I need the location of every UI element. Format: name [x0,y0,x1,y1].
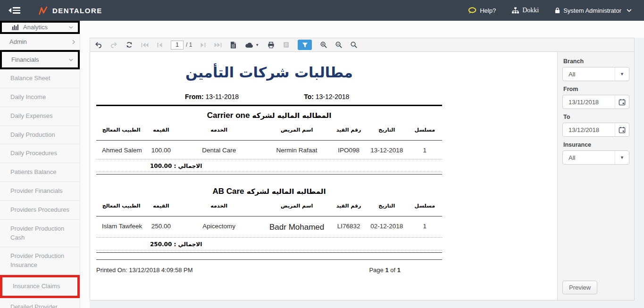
report-date-range: From: 13-11-2018 To: 13-12-2018 [96,93,442,100]
refresh-icon[interactable] [126,42,133,48]
preview-button[interactable]: Preview [562,281,597,294]
search-icon[interactable] [351,42,357,48]
prev-page-icon[interactable] [157,42,162,48]
report-title: مطالبات شركات التأمين [96,64,442,81]
sidebar-item-balance-sheet[interactable]: Balance Sheet [0,69,80,88]
company-name: Carrier one [207,111,250,120]
redo-icon[interactable] [110,42,117,48]
content-top-band [80,21,644,38]
last-page-icon[interactable] [214,42,222,48]
sidebar-item-financials[interactable]: Financials [0,50,80,69]
app-logo: DENTALORE [38,6,102,15]
table-header-row: الطبيب المعالج القيمه الخدمه اسم المريض … [96,127,442,141]
logo-n-icon [38,6,49,15]
bar-chart-icon [11,24,19,30]
chevron-down-icon [69,58,73,61]
report-page: مطالبات شركات التأمين From: 13-11-2018 T… [90,52,557,300]
section-header-carrier-one: المطالبه الماليه لشركه Carrier one [96,111,442,120]
company-name: AB Care [212,187,244,196]
branch-label: Branch [563,58,629,65]
user-menu[interactable]: System Administrator [555,7,632,14]
calendar-icon[interactable] [615,123,629,136]
to-date-label: To [563,114,629,120]
print-icon[interactable] [268,42,275,49]
divider [96,174,442,175]
to-value: 13-12-2018 [316,93,350,100]
report-toolbar: / 1 ▼ [90,38,634,52]
lock-icon [555,7,560,14]
page-info: Page 1 of 1 [369,266,401,274]
from-label: From: [185,93,204,100]
cloud-download-icon [245,42,254,48]
table-header-row: الطبيب المعالج القيمه الخدمه اسم المريض … [96,203,442,216]
calendar-icon[interactable] [615,95,629,108]
page-navigation: / 1 [171,41,192,50]
to-date-field [562,123,629,137]
filter-icon[interactable] [298,40,312,50]
sitemap-icon [512,7,519,14]
export-file-icon[interactable] [230,42,236,49]
to-label: To: [304,93,314,100]
insurance-select[interactable]: All ▼ [562,150,629,165]
dropdown-arrow-icon[interactable]: ▼ [615,151,629,164]
printed-on: Printed On: 13/12/2018 4:09:58 PM [96,266,193,274]
sidebar-item-analytics[interactable]: Analytics [0,21,80,34]
page-number-input[interactable] [171,41,184,50]
to-date-input[interactable] [563,126,615,133]
from-date-label: From [563,86,629,92]
section-total: الاجمالي : 100.00 [96,159,442,172]
sidebar-item-provider-production-insurance[interactable]: Provider Production Insurance [0,247,80,275]
chevron-right-icon [72,40,75,44]
branch-menu[interactable]: Dokki [512,7,539,14]
sidebar-item-providers-procedures[interactable]: Providers Procedures [0,201,80,220]
sidebar-item-detailed-provider-financials[interactable]: Detailed Provider Financials [0,298,80,308]
next-page-icon[interactable] [201,42,206,48]
sidebar: Analytics Admin Financials Balance Sheet… [0,21,80,308]
insurance-label: Insurance [563,142,629,148]
divider [96,105,442,106]
cloud-download-menu[interactable]: ▼ [245,42,259,48]
sidebar-item-insurance-claims[interactable]: Insurance Claims [0,275,80,298]
chevron-down-icon [627,9,632,12]
brand-name: DENTALORE [52,7,102,15]
table-row: Ahmed Salem 100.00 Dental Care Nermin Ra… [96,141,442,159]
topbar: DENTALORE Help? Dokki System Administrat… [0,0,644,21]
sidebar-item-provider-production-cash[interactable]: Provider Production Cash [0,220,80,248]
report-viewer: / 1 ▼ [90,38,635,300]
page-total: / 1 [186,42,192,48]
help-chat-icon [468,7,477,14]
help-menu[interactable]: Help? [468,7,496,14]
print-page-icon[interactable] [283,42,289,48]
zoom-out-icon[interactable] [335,42,342,48]
sidebar-item-patients-balance[interactable]: Patients Balance [0,163,80,182]
report-footer: Printed On: 13/12/2018 4:09:58 PM Page 1… [96,266,442,274]
from-value: 13-11-2018 [206,93,239,100]
section-header-ab-care: المطالبه الماليه لشركه AB Care [96,187,442,196]
filter-panel: Branch All ▼ From To Insurance [557,52,634,300]
zoom-in-icon[interactable] [320,42,327,48]
sidebar-item-daily-expenses[interactable]: Daily Expenses [0,107,80,126]
branch-select[interactable]: All ▼ [562,67,629,81]
divider [96,252,442,253]
first-page-icon[interactable] [141,42,149,48]
from-date-input[interactable] [563,99,615,106]
sidebar-item-daily-income[interactable]: Daily Income [0,88,80,107]
sidebar-item-daily-production[interactable]: Daily Production [0,126,80,145]
section-total: الاجمالي : 250.00 [96,237,442,250]
chevron-down-icon [69,26,73,29]
from-date-field [562,95,629,109]
collapse-menu-icon[interactable] [8,7,20,14]
dropdown-arrow-icon[interactable]: ▼ [615,67,629,81]
sidebar-item-admin[interactable]: Admin [0,34,80,50]
sidebar-item-provider-financials[interactable]: Provider Financials [0,182,80,201]
content-left-band [80,21,90,308]
table-row: Islam Tawfeek 250.00 Apicectomy Badr Moh… [96,216,442,237]
chevron-down-icon: ▼ [255,43,259,47]
undo-icon[interactable] [95,42,102,48]
divider [96,259,442,260]
sidebar-item-daily-procedures[interactable]: Daily Procedures [0,144,80,163]
